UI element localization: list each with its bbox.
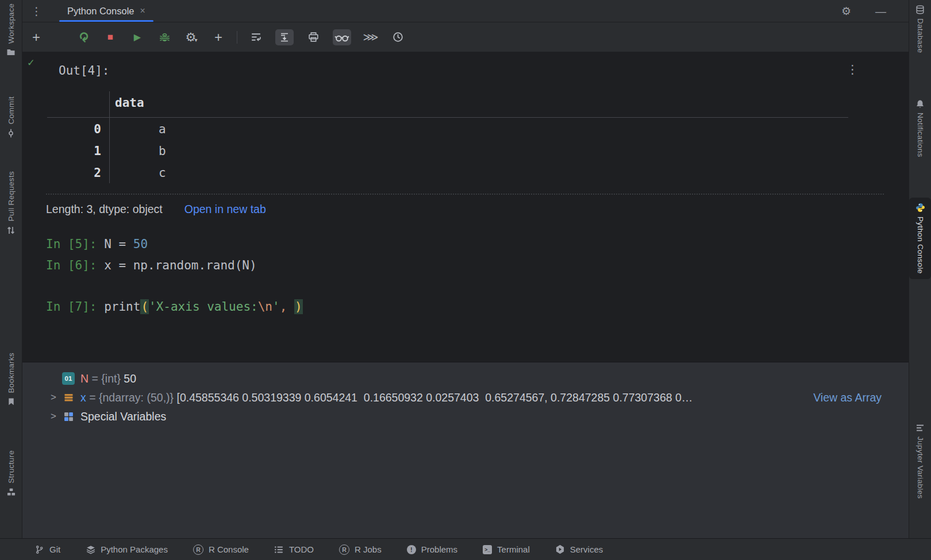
todo-list-icon <box>274 544 284 554</box>
table-row: 2c <box>47 166 166 180</box>
sidebar-item-database[interactable]: Database <box>909 5 931 53</box>
variables-list-icon <box>915 423 925 432</box>
series-summary-text: Length: 3, dtype: object <box>46 203 163 216</box>
tab-close-icon[interactable]: × <box>140 6 145 16</box>
expand-chevron-icon[interactable]: > <box>45 392 62 403</box>
structure-icon <box>6 487 16 497</box>
show-variables-glasses-icon[interactable] <box>333 29 351 45</box>
new-console-button[interactable]: + <box>29 30 44 45</box>
open-in-new-tab-link[interactable]: Open in new tab <box>184 203 266 216</box>
ndarray-variable-icon <box>62 391 75 404</box>
bookmark-icon <box>6 397 16 407</box>
expand-chevron-icon[interactable]: > <box>45 411 62 422</box>
out-cell-label: Out[4]: <box>59 64 110 78</box>
left-tool-stripe: Workspace Commit Pull Requests Bookmarks… <box>0 0 22 539</box>
run-success-check-icon: ✓ <box>28 56 34 68</box>
python-console-output[interactable]: ✓ Out[4]: ⋮ data 0a 1b 2c Length: 3, dty… <box>22 52 909 362</box>
sidebar-item-structure[interactable]: Structure <box>0 450 22 497</box>
pull-request-icon <box>6 225 16 235</box>
tool-window-header: ⋮ Python Console × ⚙ — <box>22 0 909 22</box>
packages-layers-icon <box>86 544 95 554</box>
sidebar-item-workspace[interactable]: Workspace <box>0 3 22 57</box>
table-column-header: data <box>115 96 144 110</box>
statusbar-item-services[interactable]: Services <box>555 544 603 554</box>
statusbar-item-r-console[interactable]: R R Console <box>193 544 249 555</box>
variable-row-x[interactable]: > x = {ndarray: (50,)} [0.45855346 0.503… <box>22 389 909 406</box>
special-variables-grid-icon <box>62 410 75 423</box>
console-input-line[interactable]: In [7]: print('X-axis values:\n', ) <box>46 300 303 314</box>
table-row: 1b <box>47 144 166 158</box>
git-branch-icon <box>34 544 44 554</box>
sidebar-item-bookmarks[interactable]: Bookmarks <box>0 353 22 407</box>
settings-gear-icon[interactable]: ⚙ <box>841 6 851 17</box>
scroll-to-end-icon[interactable] <box>275 29 294 45</box>
table-row: 0a <box>47 122 166 136</box>
window-options-kebab-icon[interactable]: ⋮ <box>31 6 42 17</box>
statusbar-item-terminal[interactable]: >_ Terminal <box>483 544 530 554</box>
problems-icon: ! <box>407 545 416 554</box>
view-as-array-link[interactable]: View as Array <box>813 391 882 404</box>
sidebar-item-pull-requests[interactable]: Pull Requests <box>0 171 22 235</box>
variables-panel: > 01 N = {int} 50 > x = {ndarray: (50,)}… <box>22 362 909 539</box>
sidebar-item-notifications[interactable]: Notifications <box>909 99 931 157</box>
console-toolbar: + ⟳ ■ ▶ ⚙▾ + ⋙ <box>22 22 909 52</box>
int-variable-icon: 01 <box>62 372 75 385</box>
services-icon <box>555 544 565 554</box>
folder-icon <box>6 48 16 57</box>
soft-wrap-icon[interactable] <box>248 30 263 45</box>
python-icon <box>915 203 925 213</box>
r-jobs-icon: R <box>339 544 349 555</box>
output-separator <box>46 194 884 195</box>
console-input-line: In [6]: x = np.random.rand(N) <box>46 258 257 272</box>
right-tool-stripe: Database Notifications Python Console Ju… <box>909 0 931 539</box>
history-clock-icon[interactable] <box>390 30 405 45</box>
sidebar-item-commit[interactable]: Commit <box>0 96 22 138</box>
terminal-icon: >_ <box>483 545 492 554</box>
tab-python-console[interactable]: Python Console × <box>58 0 155 22</box>
sidebar-item-python-console[interactable]: Python Console <box>909 198 931 279</box>
add-icon[interactable]: + <box>211 30 226 45</box>
database-icon <box>915 5 925 14</box>
table-header-divider <box>47 117 848 118</box>
console-input-line: In [5]: N = 50 <box>46 237 148 251</box>
bell-icon <box>915 99 925 109</box>
execute-cell-fast-forward-icon[interactable]: ⋙ <box>363 30 378 45</box>
sidebar-item-jupyter-variables[interactable]: Jupyter Variables <box>909 423 931 499</box>
tab-title: Python Console <box>67 6 134 17</box>
ide-window: Workspace Commit Pull Requests Bookmarks… <box>0 0 931 560</box>
output-options-kebab-icon[interactable]: ⋮ <box>847 63 859 76</box>
statusbar-item-todo[interactable]: TODO <box>274 544 314 554</box>
stop-icon[interactable]: ■ <box>103 30 118 45</box>
variable-row-n[interactable]: > 01 N = {int} 50 <box>22 370 909 387</box>
run-icon[interactable]: ▶ <box>130 30 145 45</box>
statusbar-item-git[interactable]: Git <box>34 544 60 554</box>
minimize-icon[interactable]: — <box>875 6 886 17</box>
statusbar-item-python-packages[interactable]: Python Packages <box>86 544 168 554</box>
console-settings-gear-icon[interactable]: ⚙▾ <box>184 30 199 45</box>
status-bar: Git Python Packages R R Console TODO R R… <box>0 538 931 560</box>
toolbar-separator <box>237 31 237 44</box>
commit-icon <box>6 128 16 138</box>
debug-bug-icon[interactable] <box>157 30 172 45</box>
special-variables-row[interactable]: > Special Variables <box>22 408 909 425</box>
r-console-icon: R <box>193 544 203 555</box>
active-tab-underline <box>59 20 153 22</box>
rerun-icon[interactable]: ⟳ <box>76 30 91 45</box>
statusbar-item-r-jobs[interactable]: R R Jobs <box>339 544 382 555</box>
print-icon[interactable] <box>306 30 321 45</box>
statusbar-item-problems[interactable]: ! Problems <box>407 544 457 554</box>
